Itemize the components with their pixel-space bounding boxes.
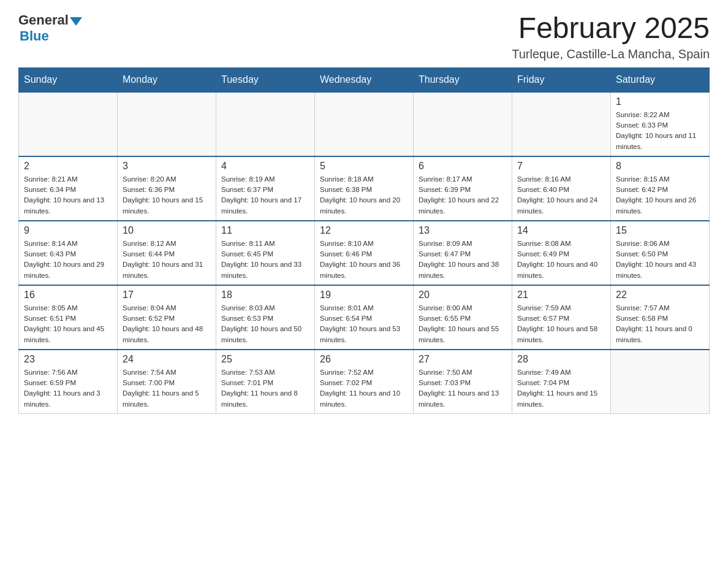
calendar-cell: 25Sunrise: 7:53 AMSunset: 7:01 PMDayligh… [216, 350, 315, 414]
day-info: Sunrise: 7:59 AMSunset: 6:57 PMDaylight:… [517, 303, 605, 345]
day-info: Sunrise: 8:05 AMSunset: 6:51 PMDaylight:… [24, 303, 112, 345]
day-number: 16 [24, 289, 112, 301]
weekday-header-monday: Monday [118, 67, 216, 92]
calendar-cell: 19Sunrise: 8:01 AMSunset: 6:54 PMDayligh… [315, 285, 414, 350]
day-info: Sunrise: 7:49 AMSunset: 7:04 PMDaylight:… [517, 367, 605, 410]
calendar-body: 1Sunrise: 8:22 AMSunset: 6:33 PMDaylight… [19, 92, 710, 414]
calendar-cell: 28Sunrise: 7:49 AMSunset: 7:04 PMDayligh… [512, 350, 611, 414]
calendar-title: February 2025 [512, 12, 710, 45]
day-info: Sunrise: 7:57 AMSunset: 6:58 PMDaylight:… [616, 303, 704, 345]
calendar-week-2: 2Sunrise: 8:21 AMSunset: 6:34 PMDaylight… [19, 156, 710, 221]
day-number: 21 [517, 289, 605, 301]
calendar-cell [19, 92, 118, 156]
day-info: Sunrise: 8:12 AMSunset: 6:44 PMDaylight:… [123, 239, 211, 281]
calendar-cell: 6Sunrise: 8:17 AMSunset: 6:39 PMDaylight… [414, 156, 512, 221]
logo-text: General [18, 12, 83, 28]
day-info: Sunrise: 8:08 AMSunset: 6:49 PMDaylight:… [517, 239, 605, 281]
calendar-week-3: 9Sunrise: 8:14 AMSunset: 6:43 PMDaylight… [19, 221, 710, 285]
calendar-week-5: 23Sunrise: 7:56 AMSunset: 6:59 PMDayligh… [19, 350, 710, 414]
calendar-cell: 12Sunrise: 8:10 AMSunset: 6:46 PMDayligh… [315, 221, 414, 285]
logo-blue: Blue [20, 28, 49, 44]
calendar-cell: 3Sunrise: 8:20 AMSunset: 6:36 PMDaylight… [118, 156, 216, 221]
day-number: 14 [517, 225, 605, 236]
day-info: Sunrise: 8:15 AMSunset: 6:42 PMDaylight:… [616, 174, 704, 216]
calendar-cell: 9Sunrise: 8:14 AMSunset: 6:43 PMDaylight… [19, 221, 118, 285]
day-info: Sunrise: 7:50 AMSunset: 7:03 PMDaylight:… [419, 367, 507, 410]
day-number: 27 [419, 354, 507, 365]
calendar-cell: 15Sunrise: 8:06 AMSunset: 6:50 PMDayligh… [611, 221, 710, 285]
day-number: 25 [221, 354, 309, 365]
calendar-cell [611, 350, 710, 414]
logo-arrow-icon [70, 17, 82, 26]
day-info: Sunrise: 8:17 AMSunset: 6:39 PMDaylight:… [419, 174, 507, 216]
day-number: 20 [419, 289, 507, 301]
calendar-cell: 1Sunrise: 8:22 AMSunset: 6:33 PMDaylight… [611, 92, 710, 156]
day-number: 1 [616, 96, 704, 107]
day-number: 11 [221, 225, 309, 236]
calendar-cell: 8Sunrise: 8:15 AMSunset: 6:42 PMDaylight… [611, 156, 710, 221]
day-info: Sunrise: 8:03 AMSunset: 6:53 PMDaylight:… [221, 303, 309, 345]
day-info: Sunrise: 8:22 AMSunset: 6:33 PMDaylight:… [616, 110, 704, 152]
day-number: 7 [517, 161, 605, 172]
day-number: 4 [221, 161, 309, 172]
day-number: 18 [221, 289, 309, 301]
calendar-cell [216, 92, 315, 156]
day-number: 2 [24, 161, 112, 172]
day-info: Sunrise: 8:09 AMSunset: 6:47 PMDaylight:… [419, 239, 507, 281]
day-number: 17 [123, 289, 211, 301]
day-number: 12 [320, 225, 408, 236]
calendar-cell: 21Sunrise: 7:59 AMSunset: 6:57 PMDayligh… [512, 285, 611, 350]
calendar-cell [118, 92, 216, 156]
day-number: 22 [616, 289, 704, 301]
calendar-week-1: 1Sunrise: 8:22 AMSunset: 6:33 PMDaylight… [19, 92, 710, 156]
calendar-week-4: 16Sunrise: 8:05 AMSunset: 6:51 PMDayligh… [19, 285, 710, 350]
day-info: Sunrise: 8:00 AMSunset: 6:55 PMDaylight:… [419, 303, 507, 345]
day-info: Sunrise: 7:53 AMSunset: 7:01 PMDaylight:… [221, 367, 309, 410]
calendar-cell: 2Sunrise: 8:21 AMSunset: 6:34 PMDaylight… [19, 156, 118, 221]
day-info: Sunrise: 7:56 AMSunset: 6:59 PMDaylight:… [24, 367, 112, 410]
day-info: Sunrise: 7:54 AMSunset: 7:00 PMDaylight:… [123, 367, 211, 410]
calendar-cell: 18Sunrise: 8:03 AMSunset: 6:53 PMDayligh… [216, 285, 315, 350]
day-info: Sunrise: 8:14 AMSunset: 6:43 PMDaylight:… [24, 239, 112, 281]
day-info: Sunrise: 8:18 AMSunset: 6:38 PMDaylight:… [320, 174, 408, 216]
day-info: Sunrise: 8:04 AMSunset: 6:52 PMDaylight:… [123, 303, 211, 345]
weekday-header-saturday: Saturday [611, 67, 710, 92]
weekday-header-friday: Friday [512, 67, 611, 92]
calendar-subtitle: Turleque, Castille-La Mancha, Spain [512, 47, 710, 61]
day-info: Sunrise: 8:10 AMSunset: 6:46 PMDaylight:… [320, 239, 408, 281]
calendar-cell: 26Sunrise: 7:52 AMSunset: 7:02 PMDayligh… [315, 350, 414, 414]
calendar-cell: 24Sunrise: 7:54 AMSunset: 7:00 PMDayligh… [118, 350, 216, 414]
logo-general: General [18, 12, 69, 28]
calendar-cell: 22Sunrise: 7:57 AMSunset: 6:58 PMDayligh… [611, 285, 710, 350]
weekday-header-row: SundayMondayTuesdayWednesdayThursdayFrid… [19, 67, 710, 92]
day-number: 9 [24, 225, 112, 236]
weekday-header-thursday: Thursday [414, 67, 512, 92]
day-number: 8 [616, 161, 704, 172]
weekday-header-sunday: Sunday [19, 67, 118, 92]
day-number: 23 [24, 354, 112, 365]
calendar-cell: 17Sunrise: 8:04 AMSunset: 6:52 PMDayligh… [118, 285, 216, 350]
day-info: Sunrise: 8:20 AMSunset: 6:36 PMDaylight:… [123, 174, 211, 216]
day-number: 6 [419, 161, 507, 172]
calendar-cell: 4Sunrise: 8:19 AMSunset: 6:37 PMDaylight… [216, 156, 315, 221]
weekday-header-tuesday: Tuesday [216, 67, 315, 92]
day-number: 13 [419, 225, 507, 236]
day-number: 10 [123, 225, 211, 236]
day-number: 19 [320, 289, 408, 301]
calendar-cell [512, 92, 611, 156]
day-info: Sunrise: 8:11 AMSunset: 6:45 PMDaylight:… [221, 239, 309, 281]
day-number: 28 [517, 354, 605, 365]
day-info: Sunrise: 8:19 AMSunset: 6:37 PMDaylight:… [221, 174, 309, 216]
calendar-cell: 10Sunrise: 8:12 AMSunset: 6:44 PMDayligh… [118, 221, 216, 285]
day-info: Sunrise: 7:52 AMSunset: 7:02 PMDaylight:… [320, 367, 408, 410]
calendar-cell [315, 92, 414, 156]
calendar-cell [414, 92, 512, 156]
logo: General Blue [18, 12, 83, 44]
day-info: Sunrise: 8:06 AMSunset: 6:50 PMDaylight:… [616, 239, 704, 281]
day-number: 3 [123, 161, 211, 172]
day-info: Sunrise: 8:21 AMSunset: 6:34 PMDaylight:… [24, 174, 112, 216]
calendar-cell: 27Sunrise: 7:50 AMSunset: 7:03 PMDayligh… [414, 350, 512, 414]
calendar-cell: 14Sunrise: 8:08 AMSunset: 6:49 PMDayligh… [512, 221, 611, 285]
page-header: General Blue February 2025 Turleque, Cas… [18, 12, 710, 61]
calendar-cell: 11Sunrise: 8:11 AMSunset: 6:45 PMDayligh… [216, 221, 315, 285]
